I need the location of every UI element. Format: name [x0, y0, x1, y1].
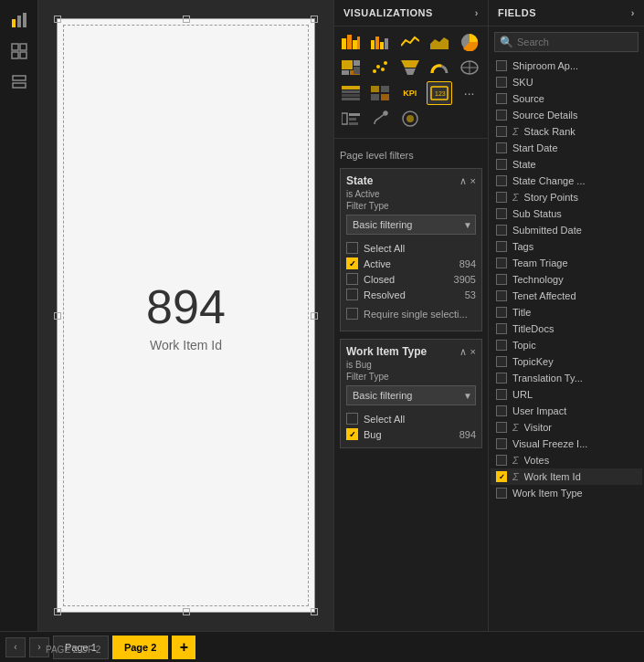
page-tab-2[interactable]: Page 2 [112, 636, 168, 659]
filter-state-item-2[interactable]: Closed 3905 [346, 271, 476, 287]
field-check-tenet-affected[interactable] [496, 290, 507, 301]
filter-workitem-item-0[interactable]: Select All [346, 411, 476, 426]
field-item-shiproom[interactable]: Shiproom Ap... [491, 58, 642, 74]
field-item-state[interactable]: State [491, 156, 642, 173]
field-check-titledocs[interactable] [496, 323, 507, 334]
viz-btn-table[interactable] [338, 81, 364, 105]
filter-state-item-1[interactable]: Active 894 [346, 256, 476, 271]
viz-btn-area[interactable] [427, 30, 452, 54]
viz-btn-card[interactable]: 123 [427, 81, 452, 105]
viz-btn-line[interactable] [397, 30, 423, 54]
viz-btn-pie[interactable] [457, 30, 482, 54]
filter-workitem-check-1[interactable] [346, 428, 358, 440]
field-item-sub-status[interactable]: Sub Status [491, 205, 642, 222]
viz-btn-funnel[interactable] [397, 56, 423, 79]
field-item-source-details[interactable]: Source Details [491, 107, 642, 123]
field-check-votes[interactable] [496, 455, 507, 466]
filter-state-check-0[interactable] [346, 242, 358, 254]
field-check-tags[interactable] [496, 241, 507, 252]
viz-arrow[interactable]: › [475, 7, 479, 18]
page-prev-btn[interactable]: ‹ [5, 637, 26, 657]
field-check-technology[interactable] [496, 274, 507, 285]
field-item-sku[interactable]: SKU [491, 74, 642, 90]
filter-state-expand[interactable]: ∧ [459, 175, 467, 187]
viz-btn-matrix[interactable] [367, 81, 393, 105]
filter-state-select[interactable]: Basic filtering [346, 215, 476, 235]
viz-btn-gauge[interactable] [427, 56, 452, 79]
sidebar-icon-layers[interactable] [5, 69, 34, 95]
field-check-topic[interactable] [496, 340, 507, 351]
field-item-submitted-date[interactable]: Submitted Date [491, 222, 642, 238]
viz-btn-treemap[interactable] [338, 56, 364, 79]
field-item-stack-rank[interactable]: Σ Stack Rank [491, 123, 642, 140]
field-item-url[interactable]: URL [491, 386, 642, 403]
field-item-votes[interactable]: Σ Votes [491, 452, 642, 468]
filter-workitem-check-0[interactable] [346, 413, 358, 425]
viz-btn-stacked-bar[interactable] [338, 30, 364, 54]
field-item-visitor[interactable]: Σ Visitor [491, 419, 642, 436]
field-item-topickey[interactable]: TopicKey [491, 353, 642, 370]
field-check-url[interactable] [496, 389, 507, 400]
viz-btn-scatter[interactable] [367, 56, 393, 79]
filter-state-item-3[interactable]: Resolved 53 [346, 287, 476, 302]
field-check-visual-freeze[interactable] [496, 438, 507, 449]
field-check-work-item-id[interactable] [496, 471, 507, 482]
field-item-technology[interactable]: Technology [491, 271, 642, 288]
filter-state-item-0[interactable]: Select All [346, 240, 476, 256]
field-check-state[interactable] [496, 159, 507, 170]
field-item-title[interactable]: Title [491, 304, 642, 320]
field-item-user-impact[interactable]: User Impact [491, 403, 642, 419]
field-check-stack-rank[interactable] [496, 126, 507, 137]
field-check-state-change[interactable] [496, 175, 507, 186]
field-item-state-change[interactable]: State Change ... [491, 173, 642, 189]
field-item-translation[interactable]: Translation Ty... [491, 370, 642, 386]
filter-workitem-expand[interactable]: ∧ [459, 346, 467, 358]
viz-btn-kpi[interactable]: KPI [397, 81, 423, 105]
field-item-start-date[interactable]: Start Date [491, 140, 642, 156]
filter-state-check-3[interactable] [346, 289, 358, 300]
field-item-work-item-id[interactable]: Σ Work Item Id [491, 468, 642, 485]
field-item-titledocs[interactable]: TitleDocs [491, 320, 642, 337]
sidebar-icon-chart[interactable] [5, 7, 34, 33]
field-check-sub-status[interactable] [496, 208, 507, 219]
field-check-submitted-date[interactable] [496, 225, 507, 236]
field-check-sku[interactable] [496, 77, 507, 88]
field-check-topickey[interactable] [496, 356, 507, 367]
filter-workitem-close[interactable]: × [470, 346, 476, 357]
viz-btn-paint[interactable] [367, 107, 393, 131]
field-item-tags[interactable]: Tags [491, 238, 642, 255]
field-check-work-item-type[interactable] [496, 488, 507, 499]
filter-state-check-2[interactable] [346, 273, 358, 285]
field-check-story-points[interactable] [496, 192, 507, 203]
field-check-shiproom[interactable] [496, 60, 507, 71]
fields-arrow[interactable]: › [631, 7, 635, 18]
viz-btn-map[interactable] [457, 56, 482, 79]
viz-btn-slicer[interactable] [338, 107, 364, 131]
fields-search-input[interactable] [494, 32, 639, 52]
viz-btn-more[interactable]: ··· [457, 81, 482, 105]
field-check-source[interactable] [496, 93, 507, 104]
field-check-title[interactable] [496, 307, 507, 318]
sidebar-icon-grid[interactable] [5, 38, 34, 64]
field-item-team-triage[interactable]: Team Triage [491, 255, 642, 271]
filter-workitem-item-1[interactable]: Bug 894 [346, 426, 476, 442]
field-item-work-item-type[interactable]: Work Item Type [491, 485, 642, 501]
field-item-source[interactable]: Source [491, 90, 642, 107]
field-check-user-impact[interactable] [496, 405, 507, 416]
require-single-checkbox[interactable] [346, 308, 358, 320]
field-check-source-details[interactable] [496, 110, 507, 121]
filter-workitem-select[interactable]: Basic filtering [346, 385, 476, 405]
canvas-frame[interactable]: 894 Work Item Id [57, 18, 315, 613]
viz-btn-clustered-bar[interactable] [367, 30, 393, 54]
filter-state-check-1[interactable] [346, 257, 358, 269]
filter-state-close[interactable]: × [470, 175, 476, 186]
field-item-visual-freeze[interactable]: Visual Freeze I... [491, 436, 642, 452]
field-item-story-points[interactable]: Σ Story Points [491, 189, 642, 205]
field-check-start-date[interactable] [496, 142, 507, 153]
page-add-button[interactable]: + [172, 636, 195, 659]
field-item-topic[interactable]: Topic [491, 337, 642, 353]
field-check-translation[interactable] [496, 373, 507, 384]
viz-btn-analytics-tab[interactable] [397, 107, 423, 131]
field-item-tenet-affected[interactable]: Tenet Affected [491, 288, 642, 304]
field-check-team-triage[interactable] [496, 257, 507, 268]
